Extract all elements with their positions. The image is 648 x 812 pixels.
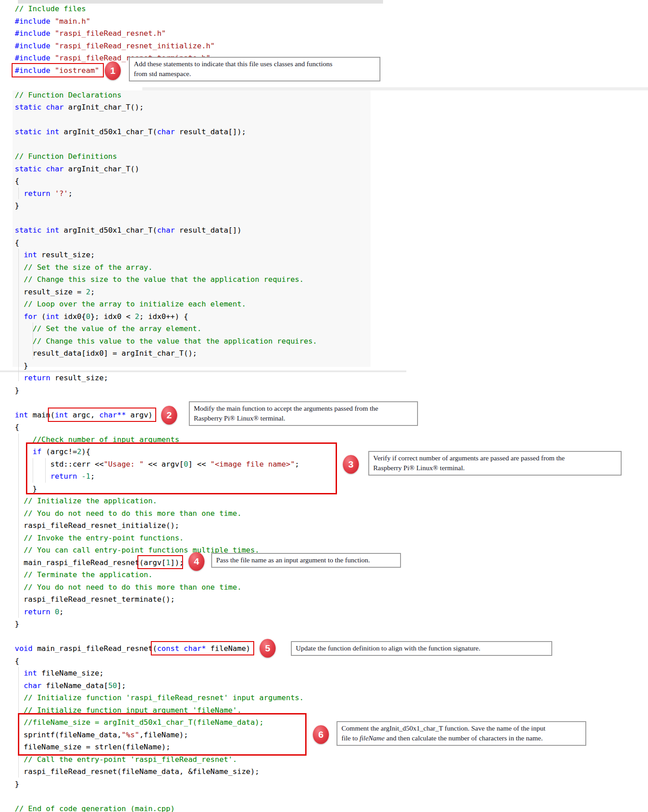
indent-guide — [18, 187, 19, 199]
code-token — [50, 66, 55, 75]
code-token — [42, 165, 46, 173]
keyword-token: for — [24, 312, 37, 321]
code-token: ; — [295, 460, 299, 468]
code-token — [15, 718, 24, 727]
annotation-marker-6: 6 — [313, 725, 329, 744]
code-token — [50, 42, 55, 50]
indent-guide — [45, 458, 46, 483]
code-token — [50, 189, 55, 198]
code-token: result_data[]); — [175, 128, 246, 136]
code-token: result_size; — [50, 374, 108, 382]
comment-token: // Change this value to the value that t… — [33, 337, 317, 345]
string-token: "<image file name>" — [210, 460, 295, 468]
indent-guide — [33, 323, 33, 359]
code-line: } — [15, 778, 317, 791]
code-line: { — [15, 237, 317, 249]
code-token: raspi_fileRead_resnet(fileName_data, &fi… — [15, 767, 259, 776]
code-token — [15, 497, 24, 505]
code-token: fileName_data[ — [42, 681, 108, 690]
comment-token: // Initialize function input argument 'f… — [24, 706, 242, 714]
code-token — [15, 275, 24, 284]
code-token — [15, 374, 24, 382]
code-line: static char argInit_char_T(); — [15, 101, 317, 114]
code-token: { — [15, 238, 19, 247]
keyword-token: return — [50, 472, 77, 480]
code-token: fileName_size = strlen(fileName); — [15, 743, 171, 751]
number-token: 2 — [77, 447, 81, 456]
code-line: //fileName_size = argInit_d50x1_char_T(f… — [15, 716, 317, 729]
comment-token: // Initialize function 'raspi_fileRead_r… — [24, 693, 304, 702]
comment-token: // Terminate the application. — [24, 570, 153, 579]
code-line: // Initialize the application. — [15, 495, 317, 507]
code-token — [15, 251, 24, 259]
code-line: fileName_size = strlen(fileName); — [15, 741, 317, 753]
code-token: ){ — [81, 447, 90, 456]
number-token: 2 — [135, 312, 139, 321]
keyword-token: static — [15, 226, 42, 234]
code-token: result_size = — [15, 288, 86, 296]
code-token — [15, 583, 24, 591]
keyword-token: int — [46, 312, 60, 321]
code-token — [15, 608, 24, 616]
indent-guide — [33, 458, 33, 483]
code-token: } — [15, 780, 19, 788]
number-token: 0 — [55, 608, 59, 616]
string-token: "raspi_fileRead_resnet.h" — [55, 29, 166, 38]
code-token — [15, 337, 33, 345]
annotation-callout-1: Add these statements to indicate that th… — [129, 57, 380, 81]
code-token: ; idx0++) { — [139, 312, 188, 321]
keyword-token: char — [24, 681, 42, 690]
keyword-token: if — [33, 447, 42, 456]
code-token — [15, 546, 24, 554]
keyword-token: return — [24, 608, 51, 616]
code-line — [15, 138, 317, 151]
code-token — [15, 534, 24, 542]
code-token: } — [15, 620, 19, 628]
code-token — [15, 300, 24, 308]
code-token — [15, 435, 33, 444]
code-token — [50, 608, 55, 616]
code-token — [15, 189, 24, 198]
code-line: int result_size; — [15, 249, 317, 261]
code-token: ( — [37, 312, 46, 321]
code-line: return 0; — [15, 606, 317, 618]
code-token: }; idx0 < — [90, 312, 135, 321]
number-token: 50 — [108, 681, 117, 690]
code-token: argc, — [68, 411, 99, 419]
code-line: return '?'; — [15, 187, 317, 200]
keyword-token: int — [46, 128, 60, 136]
comment-token: // Call the entry-point 'raspi_fileRead_… — [24, 755, 237, 764]
code-line: if (argc!=2){ — [15, 446, 317, 458]
number-token: 1 — [166, 558, 171, 567]
code-line — [15, 790, 317, 803]
code-token: sprintf(fileName_data, — [15, 731, 121, 739]
comment-token: // Include files — [15, 4, 86, 13]
callout-text: Add these statements to indicate that th… — [134, 60, 333, 77]
keyword-token: #include — [15, 66, 50, 75]
code-token: } — [15, 361, 28, 370]
annotation-callout-3: Verify if correct number of arguments ar… — [368, 451, 622, 476]
documentation-figure: { "colors": { "keyword": "#0000ff", "com… — [0, 0, 648, 812]
keyword-token: #include — [15, 29, 50, 38]
code-token: raspi_fileRead_resnet_terminate(); — [15, 595, 175, 604]
code-line: // Change this size to the value that th… — [15, 273, 317, 286]
code-line: // Include files — [15, 3, 317, 15]
code-token: argv) — [126, 411, 153, 419]
code-token: { — [15, 657, 19, 665]
code-line: // Loop over the array to initialize eac… — [15, 298, 317, 310]
code-line: for (int idx0{0}; idx0 < 2; idx0++) { — [15, 310, 317, 323]
number-token: 0 — [86, 312, 90, 321]
annotation-marker-4: 4 — [188, 552, 205, 571]
string-token: "%s" — [121, 731, 139, 739]
code-token: std::cerr << — [15, 460, 104, 468]
indent-guide — [18, 434, 19, 618]
code-token: raspi_fileRead_resnet_initialize(); — [15, 521, 179, 530]
indent-guide — [18, 249, 19, 381]
annotation-callout-2: Modify the main function to accept the a… — [189, 401, 418, 426]
code-line: { — [15, 175, 317, 187]
code-line: int fileName_size; — [15, 667, 317, 680]
annotation-callout-6: Comment the argInit_d50x1_char_T functio… — [337, 721, 586, 746]
comment-token: // Set the size of the array. — [24, 263, 153, 272]
code-token — [15, 324, 33, 333]
code-token: fileName) — [206, 644, 250, 653]
